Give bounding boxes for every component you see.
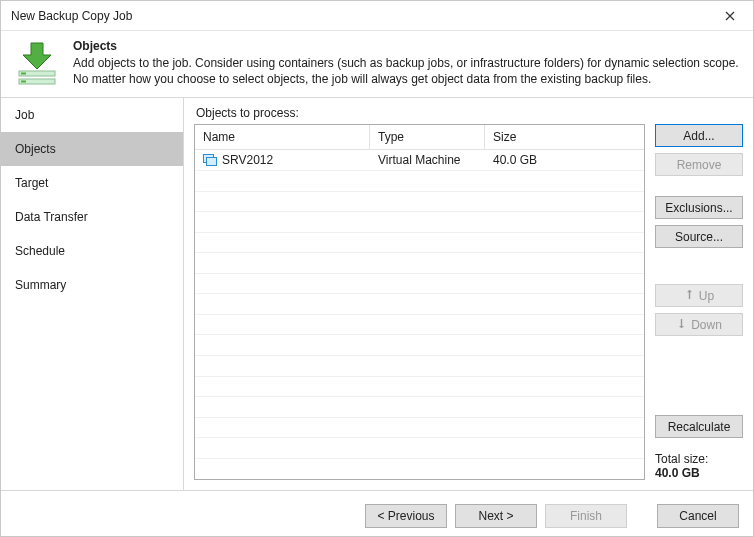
svg-rect-1 (21, 73, 26, 75)
source-button[interactable]: Source... (655, 225, 743, 248)
window-title: New Backup Copy Job (11, 9, 132, 23)
arrow-up-icon: 🠕 (684, 290, 695, 301)
table-row[interactable]: SRV2012 Virtual Machine 40.0 GB (195, 150, 644, 171)
cancel-button[interactable]: Cancel (657, 504, 739, 528)
table-header: Name Type Size (195, 125, 644, 150)
cell-type: Virtual Machine (370, 153, 485, 167)
wizard-steps: Job Objects Target Data Transfer Schedul… (1, 98, 184, 490)
previous-button[interactable]: < Previous (365, 504, 447, 528)
total-size: Total size: 40.0 GB (655, 452, 743, 480)
table-row (195, 397, 644, 418)
col-type[interactable]: Type (370, 125, 485, 149)
sidebar-item-job[interactable]: Job (1, 98, 183, 132)
remove-button[interactable]: Remove (655, 153, 743, 176)
sidebar-item-label: Job (15, 108, 34, 122)
svg-rect-3 (21, 81, 26, 83)
sidebar-item-schedule[interactable]: Schedule (1, 234, 183, 268)
objects-icon (13, 39, 61, 87)
col-size[interactable]: Size (485, 125, 644, 149)
table-row (195, 315, 644, 336)
col-name[interactable]: Name (195, 125, 370, 149)
close-icon (725, 11, 735, 21)
table-row (195, 438, 644, 459)
total-size-label: Total size: (655, 452, 743, 466)
sidebar-item-label: Target (15, 176, 48, 190)
table-row (195, 356, 644, 377)
table-row (195, 335, 644, 356)
main-panel: Objects to process: Name Type Size (184, 98, 753, 490)
table-row (195, 192, 644, 213)
wizard-description: Add objects to the job. Consider using c… (73, 55, 739, 87)
table-row (195, 418, 644, 439)
sidebar-item-label: Schedule (15, 244, 65, 258)
arrow-down-icon: 🠗 (676, 319, 687, 330)
svg-rect-5 (207, 158, 217, 166)
sidebar-item-label: Summary (15, 278, 66, 292)
sidebar-item-objects[interactable]: Objects (1, 132, 183, 166)
table-row (195, 294, 644, 315)
sidebar-item-label: Objects (15, 142, 56, 156)
objects-label: Objects to process: (196, 106, 743, 120)
side-actions: Add... Remove Exclusions... Source... 🠕U… (655, 124, 743, 480)
table-row (195, 233, 644, 254)
wizard-footer: < Previous Next > Finish Cancel (1, 490, 753, 537)
cell-size: 40.0 GB (485, 153, 644, 167)
finish-button[interactable]: Finish (545, 504, 627, 528)
sidebar-item-target[interactable]: Target (1, 166, 183, 200)
cell-name: SRV2012 (195, 153, 370, 167)
cell-name-text: SRV2012 (222, 153, 273, 167)
up-button[interactable]: 🠕Up (655, 284, 743, 307)
close-button[interactable] (715, 4, 745, 28)
table-row (195, 253, 644, 274)
sidebar-item-data-transfer[interactable]: Data Transfer (1, 200, 183, 234)
recalculate-button[interactable]: Recalculate (655, 415, 743, 438)
wizard-header: Objects Add objects to the job. Consider… (1, 31, 753, 97)
table-row (195, 377, 644, 398)
next-button[interactable]: Next > (455, 504, 537, 528)
sidebar-item-label: Data Transfer (15, 210, 88, 224)
down-button[interactable]: 🠗Down (655, 313, 743, 336)
vm-icon (203, 154, 217, 166)
titlebar: New Backup Copy Job (1, 1, 753, 31)
table-row (195, 171, 644, 192)
total-size-value: 40.0 GB (655, 466, 743, 480)
wizard-heading: Objects (73, 39, 739, 53)
objects-table: Name Type Size SRV2012 Virtual Mach (194, 124, 645, 480)
table-row (195, 212, 644, 233)
exclusions-button[interactable]: Exclusions... (655, 196, 743, 219)
table-row (195, 274, 644, 295)
add-button[interactable]: Add... (655, 124, 743, 147)
wizard-header-text: Objects Add objects to the job. Consider… (73, 39, 739, 87)
table-row (195, 459, 644, 480)
table-body: SRV2012 Virtual Machine 40.0 GB (195, 150, 644, 479)
sidebar-item-summary[interactable]: Summary (1, 268, 183, 302)
